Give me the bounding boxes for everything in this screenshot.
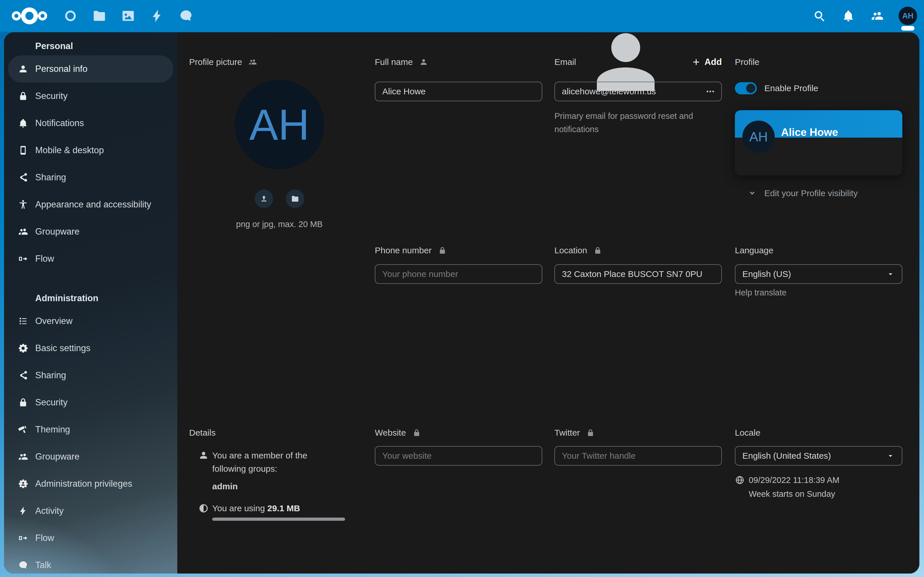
- sidebar-item-mobile-desktop[interactable]: Mobile & desktop: [8, 137, 173, 164]
- avatar[interactable]: AH: [898, 6, 917, 25]
- locale-section: Locale English (United States) 09/29/202…: [735, 427, 902, 500]
- locale-datetime: 09/29/2022 11:18:39 AM: [749, 475, 839, 485]
- lock-icon[interactable]: [586, 429, 595, 437]
- flow-icon: [18, 254, 28, 264]
- contacts-button[interactable]: [863, 0, 892, 32]
- gear-icon: [18, 343, 28, 353]
- sidebar-item-groupware[interactable]: Groupware: [8, 218, 173, 245]
- talk-icon: [18, 560, 28, 571]
- bell-icon: [842, 9, 855, 23]
- lock-icon[interactable]: [593, 246, 602, 255]
- sidebar-item-label: Security: [35, 91, 68, 101]
- sidebar-item-sharing[interactable]: Sharing: [8, 164, 173, 191]
- location-input[interactable]: [554, 264, 722, 284]
- lock-icon: [18, 397, 28, 408]
- twitter-section: Twitter: [554, 427, 722, 466]
- user-menu: AH: [892, 0, 924, 32]
- app-talk[interactable]: [171, 0, 200, 32]
- sidebar-item-administration-privileges[interactable]: Administration privileges: [8, 470, 173, 497]
- app-photos[interactable]: [114, 0, 143, 32]
- sidebar-item-sharing[interactable]: Sharing: [8, 362, 173, 389]
- profile-section: Profile Enable Profile AH Alice Howe Edi…: [735, 56, 902, 199]
- enable-profile-toggle[interactable]: [735, 82, 757, 94]
- phone-input[interactable]: [375, 264, 542, 284]
- gear-account-icon: [18, 479, 28, 489]
- bell-icon: [18, 118, 28, 128]
- website-label: Website: [375, 428, 406, 438]
- sidebar-item-security[interactable]: Security: [8, 389, 173, 416]
- week-start-text: Week starts on Sunday: [735, 488, 902, 500]
- help-translate-link[interactable]: Help translate: [735, 287, 902, 298]
- groups-text: You are a member of the following groups…: [212, 449, 325, 475]
- language-section: Language English (US) Help translate: [735, 245, 902, 298]
- image-icon: [121, 8, 136, 23]
- email-input[interactable]: [554, 82, 722, 101]
- quota-icon: [199, 503, 209, 514]
- sidebar-item-talk[interactable]: Talk: [8, 551, 173, 574]
- sidebar-item-label: Security: [35, 397, 68, 408]
- folder-icon: [291, 195, 299, 203]
- phone-section: Phone number: [375, 245, 542, 284]
- nextcloud-logo-icon[interactable]: [10, 6, 48, 26]
- scope-icon[interactable]: [419, 58, 428, 66]
- chevron-down-icon: [748, 189, 757, 198]
- sidebar-item-flow[interactable]: Flow: [8, 245, 173, 272]
- details-section: Details You are a member of the followin…: [189, 427, 368, 521]
- sidebar-item-overview[interactable]: Overview: [8, 308, 173, 335]
- edit-profile-visibility[interactable]: Edit your Profile visibility: [748, 187, 902, 199]
- enable-profile-toggle-row: Enable Profile: [735, 82, 902, 94]
- profile-card-name: Alice Howe: [781, 126, 838, 139]
- roller-icon: [18, 424, 28, 435]
- profile-picture-label: Profile picture: [189, 57, 242, 67]
- email-actions-button[interactable]: [704, 85, 717, 98]
- user-menu-indicator: [901, 26, 914, 31]
- plus-icon: [692, 58, 701, 66]
- notifications-button[interactable]: [834, 0, 863, 32]
- sidebar-item-flow[interactable]: Flow: [8, 524, 173, 551]
- sidebar-item-label: Flow: [35, 254, 54, 264]
- add-email-button[interactable]: Add: [692, 57, 722, 67]
- sidebar-item-security[interactable]: Security: [8, 82, 173, 110]
- sidebar-item-label: Notifications: [35, 118, 84, 128]
- app-files[interactable]: [85, 0, 114, 32]
- lock-icon[interactable]: [412, 429, 421, 437]
- website-input[interactable]: [375, 446, 542, 466]
- sidebar-item-basic-settings[interactable]: Basic settings: [8, 335, 173, 362]
- sidebar-item-activity[interactable]: Activity: [8, 497, 173, 524]
- location-label: Location: [554, 245, 587, 255]
- full-name-label: Full name: [375, 57, 413, 67]
- scope-icon[interactable]: [248, 58, 257, 66]
- content-frame: Personal Personal infoSecurityNotificati…: [4, 32, 919, 574]
- twitter-input[interactable]: [554, 446, 722, 466]
- sidebar-item-label: Overview: [35, 316, 73, 326]
- avatar-hint: png or jpg, max. 20 MB: [236, 218, 323, 230]
- twitter-label: Twitter: [554, 428, 580, 438]
- sidebar-item-groupware[interactable]: Groupware: [8, 443, 173, 470]
- upload-avatar-button[interactable]: [255, 190, 273, 208]
- lock-icon[interactable]: [438, 246, 447, 255]
- app-activity[interactable]: [143, 0, 171, 32]
- group-name: admin: [189, 480, 368, 492]
- sidebar-item-label: Activity: [35, 506, 63, 516]
- locale-select[interactable]: English (United States): [735, 446, 902, 466]
- search-button[interactable]: [805, 0, 834, 32]
- accessibility-icon: [18, 199, 28, 210]
- sidebar-item-theming[interactable]: Theming: [8, 416, 173, 443]
- sidebar-item-notifications[interactable]: Notifications: [8, 110, 173, 137]
- full-name-input[interactable]: [375, 82, 542, 101]
- email-section: Email Add Primary email for password res…: [554, 56, 722, 136]
- sidebar-item-appearance-and-accessibility[interactable]: Appearance and accessibility: [8, 191, 173, 218]
- language-select[interactable]: English (US): [735, 264, 902, 284]
- contacts-icon: [871, 9, 884, 23]
- profile-picture-avatar: AH: [235, 80, 324, 169]
- profile-card-avatar: AH: [742, 121, 775, 153]
- app-dashboard[interactable]: [56, 0, 85, 32]
- profile-preview-card[interactable]: AH Alice Howe: [735, 110, 902, 176]
- pick-from-files-button[interactable]: [286, 190, 304, 208]
- sidebar-item-personal-info[interactable]: Personal info: [8, 55, 173, 82]
- full-name-section: Full name: [375, 56, 542, 101]
- caret-down-icon: [886, 451, 895, 460]
- dots-horizontal-icon: [706, 87, 715, 97]
- personal-info-main: Profile picture AH png or jpg, max. 20 M…: [177, 32, 919, 574]
- top-right-cluster: AH: [805, 0, 924, 32]
